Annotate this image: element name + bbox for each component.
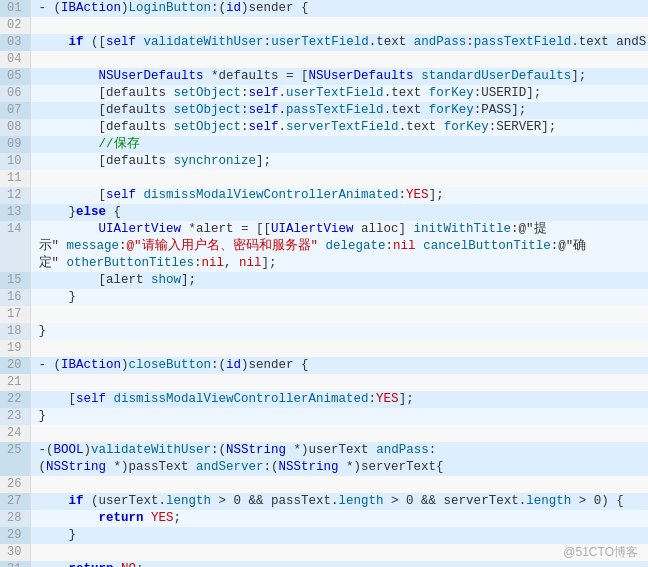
line-number: 28 <box>0 510 30 527</box>
line-number: 17 <box>0 306 30 323</box>
code-table: 01- (IBAction)LoginButton:(id)sender {02… <box>0 0 648 567</box>
line-code: -(BOOL)validateWithUser:(NSString *)user… <box>30 442 648 476</box>
line-number: 16 <box>0 289 30 306</box>
line-number: 21 <box>0 374 30 391</box>
line-code: } <box>30 323 648 340</box>
line-number: 23 <box>0 408 30 425</box>
line-number: 08 <box>0 119 30 136</box>
line-number: 07 <box>0 102 30 119</box>
line-code: [defaults setObject:self.passTextField.t… <box>30 102 648 119</box>
watermark: @51CTO博客 <box>563 544 638 561</box>
line-code <box>30 306 648 323</box>
line-code: //保存 <box>30 136 648 153</box>
line-number: 05 <box>0 68 30 85</box>
line-number: 14 <box>0 221 30 272</box>
line-code: return YES; <box>30 510 648 527</box>
line-number: 15 <box>0 272 30 289</box>
line-code: [defaults synchronize]; <box>30 153 648 170</box>
line-number: 29 <box>0 527 30 544</box>
line-code <box>30 51 648 68</box>
line-code: if (userText.length > 0 && passText.leng… <box>30 493 648 510</box>
line-code: [defaults setObject:self.userTextField.t… <box>30 85 648 102</box>
line-number: 01 <box>0 0 30 17</box>
line-number: 11 <box>0 170 30 187</box>
line-number: 30 <box>0 544 30 561</box>
line-number: 09 <box>0 136 30 153</box>
line-code <box>30 170 648 187</box>
line-code: [alert show]; <box>30 272 648 289</box>
line-number: 10 <box>0 153 30 170</box>
line-number: 24 <box>0 425 30 442</box>
line-number: 25 <box>0 442 30 476</box>
line-number: 22 <box>0 391 30 408</box>
line-number: 12 <box>0 187 30 204</box>
line-number: 19 <box>0 340 30 357</box>
line-code <box>30 425 648 442</box>
line-code: } <box>30 527 648 544</box>
line-number: 04 <box>0 51 30 68</box>
line-code: - (IBAction)closeButton:(id)sender { <box>30 357 648 374</box>
line-number: 26 <box>0 476 30 493</box>
line-code: } <box>30 289 648 306</box>
line-code: return NO; <box>30 561 648 567</box>
line-number: 03 <box>0 34 30 51</box>
line-code: UIAlertView *alert = [[UIAlertView alloc… <box>30 221 648 272</box>
line-number: 06 <box>0 85 30 102</box>
line-number: 18 <box>0 323 30 340</box>
line-number: 02 <box>0 17 30 34</box>
line-code: }else { <box>30 204 648 221</box>
line-code: } <box>30 408 648 425</box>
line-code: [self dismissModalViewControllerAnimated… <box>30 391 648 408</box>
line-code: if ([self validateWithUser:userTextField… <box>30 34 648 51</box>
line-number: 31 <box>0 561 30 567</box>
line-code <box>30 17 648 34</box>
line-code: [self dismissModalViewControllerAnimated… <box>30 187 648 204</box>
line-code <box>30 374 648 391</box>
line-number: 20 <box>0 357 30 374</box>
code-editor: 01- (IBAction)LoginButton:(id)sender {02… <box>0 0 648 567</box>
line-code <box>30 544 648 561</box>
line-code <box>30 476 648 493</box>
line-code <box>30 340 648 357</box>
line-code: NSUserDefaults *defaults = [NSUserDefaul… <box>30 68 648 85</box>
line-number: 13 <box>0 204 30 221</box>
line-code: - (IBAction)LoginButton:(id)sender { <box>30 0 648 17</box>
line-code: [defaults setObject:self.serverTextField… <box>30 119 648 136</box>
line-number: 27 <box>0 493 30 510</box>
